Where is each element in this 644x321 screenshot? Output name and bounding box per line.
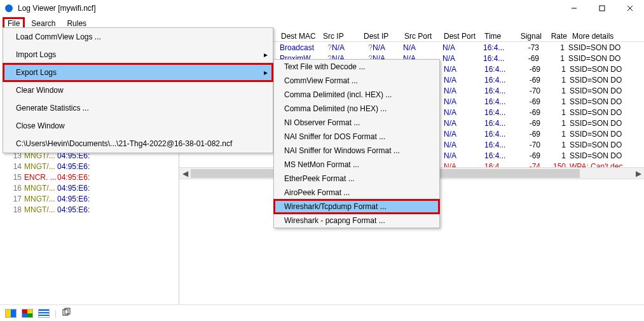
file-menu-load[interactable]: Load CommView Logs ... [3,28,273,46]
file-menu-label: Generate Statistics ... [16,104,89,113]
submenu-label: NI Observer Format ... [284,118,360,127]
file-menu: Load CommView Logs ... Import Logs▸ Expo… [3,27,273,153]
export-wireshark-pcapng[interactable]: Wireshark - pcapng Format ... [274,214,439,228]
submenu-label: EtherPeek Format ... [284,174,355,183]
chevron-right-icon: ▸ [264,68,268,77]
file-menu-label: Export Logs [16,68,57,77]
window-title: Log Viewer [mywifi.ncf] [18,4,560,13]
copy-icon[interactable] [62,308,72,318]
export-msnetmon[interactable]: MS NetMon Format ... [274,158,439,172]
maximize-button[interactable] [588,0,616,17]
submenu-label: Comma Delimited (no HEX) ... [284,104,387,113]
table-row[interactable]: 15ENCR. ...04:95:E6: [0,172,179,182]
submenu-label: Comma Delimited (incl. HEX) ... [284,90,392,99]
view-icon-1[interactable] [5,309,17,318]
file-menu-close[interactable]: Close Window [3,117,273,135]
export-niobserver[interactable]: NI Observer Format ... [274,116,439,130]
export-airopeek[interactable]: AiroPeek Format ... [274,186,439,200]
file-menu-label: Clear Window [16,86,64,95]
submenu-label: NAI Sniffer for Windows Format ... [284,146,400,155]
view-icon-3[interactable] [38,309,50,318]
minimize-button[interactable] [560,0,588,17]
submenu-label: Wireshark - pcapng Format ... [284,216,385,225]
col-signal[interactable]: Signal [512,32,543,41]
export-wireshark-tcpdump[interactable]: Wireshark/Tcpdump Format ... [274,200,439,214]
file-menu-recent[interactable]: C:\Users\Hevin\Documents\...\21-Thg4-202… [3,135,273,153]
app-icon [4,3,14,13]
svg-rect-7 [65,308,70,314]
export-submenu: Text File with Decode ... CommView Forma… [273,59,440,228]
scroll-right-icon[interactable]: ▶ [633,169,644,178]
submenu-label: MS NetMon Format ... [284,160,359,169]
submenu-label: Text File with Decode ... [284,62,365,71]
export-comma-nohex[interactable]: Comma Delimited (no HEX) ... [274,102,439,116]
separator: | [55,309,57,318]
col-src-ip[interactable]: Src IP [322,32,362,41]
export-textfile[interactable]: Text File with Decode ... [274,60,439,74]
left-panel: Load CommView Logs ... Import Logs▸ Expo… [0,28,179,304]
table-row[interactable]: 14MNGT/...04:95:E6: [0,161,179,172]
col-rate[interactable]: Rate [543,32,568,41]
export-comma-hex[interactable]: Comma Delimited (incl. HEX) ... [274,88,439,102]
col-dest-port[interactable]: Dest Port [442,32,483,41]
close-button[interactable] [616,0,644,17]
title-bar: Log Viewer [mywifi.ncf] [0,0,644,17]
file-menu-export[interactable]: Export Logs▸ [3,64,273,81]
svg-rect-6 [63,310,68,315]
submenu-label: AiroPeek Format ... [284,188,350,197]
chevron-right-icon: ▸ [264,50,268,59]
scroll-left-icon[interactable]: ◀ [179,169,191,178]
col-details[interactable]: More details [568,32,644,41]
file-menu-label: Close Window [16,121,65,130]
svg-rect-1 [8,10,10,12]
view-icon-2[interactable] [22,309,33,318]
submenu-label: CommView Format ... [284,76,358,85]
file-menu-label: Import Logs [16,50,56,59]
col-dest-mac[interactable]: Dest MAC [280,32,322,41]
submenu-label: Wireshark/Tcpdump Format ... [284,202,387,211]
export-nai-dos[interactable]: NAI Sniffer for DOS Format ... [274,130,439,144]
svg-rect-3 [599,6,605,11]
file-menu-label: Load CommView Logs ... [16,32,101,41]
file-menu-label: C:\Users\Hevin\Documents\...\21-Thg4-202… [16,139,232,148]
col-src-port[interactable]: Src Port [403,32,442,41]
table-row[interactable]: 17MNGT/...04:95:E6: [0,193,179,204]
export-etherpeek[interactable]: EtherPeek Format ... [274,172,439,186]
table-row[interactable]: 18MNGT/...04:95:E6: [0,204,179,215]
file-menu-import[interactable]: Import Logs▸ [3,46,273,64]
table-row[interactable]: 16MNGT/...04:95:E6: [0,182,179,193]
file-menu-stats[interactable]: Generate Statistics ... [3,99,273,117]
file-menu-clear[interactable]: Clear Window [3,81,273,99]
col-dest-ip[interactable]: Dest IP [362,32,403,41]
col-time[interactable]: Time [483,32,512,41]
export-nai-win[interactable]: NAI Sniffer for Windows Format ... [274,144,439,158]
submenu-label: NAI Sniffer for DOS Format ... [284,132,385,141]
export-commview[interactable]: CommView Format ... [274,74,439,88]
status-bar: | [0,304,644,321]
